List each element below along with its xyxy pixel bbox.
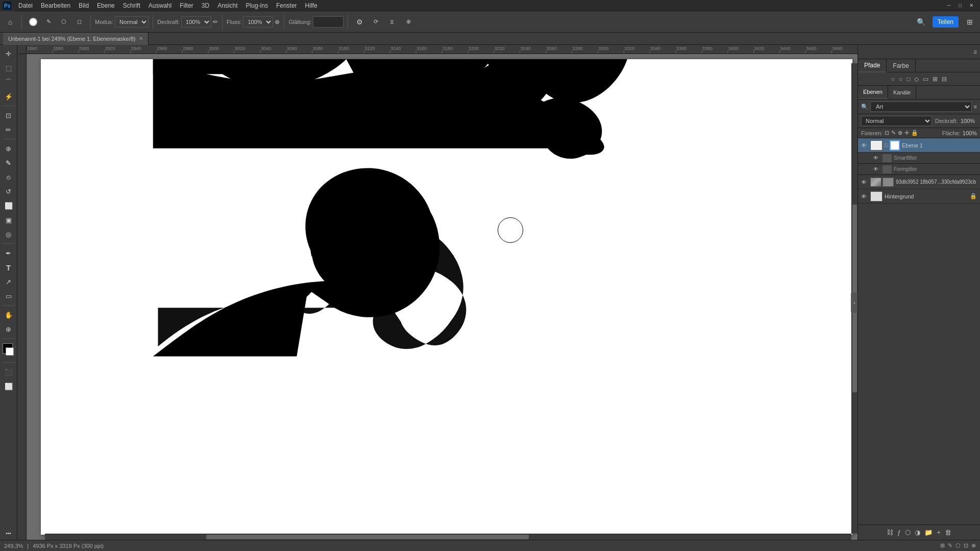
layer-eye-ebene1[interactable]: 👁 bbox=[861, 142, 868, 148]
status-icon-3[interactable]: ⬡ bbox=[955, 542, 961, 549]
modus-select[interactable]: Normal bbox=[115, 16, 149, 28]
path-select-tool[interactable]: ↗ bbox=[2, 275, 16, 288]
menu-schrift[interactable]: Schrift bbox=[119, 0, 144, 11]
tab-pfade[interactable]: Pfade bbox=[858, 59, 887, 72]
lock-all-icon[interactable]: 🔒 bbox=[911, 130, 918, 136]
layer-sub-formgitter[interactable]: 👁 Formgitter bbox=[858, 164, 980, 175]
layer-eye-formgitter[interactable]: 👁 bbox=[873, 166, 880, 172]
menu-plugins[interactable]: Plug-ins bbox=[242, 0, 272, 11]
heal-tool[interactable]: ⊕ bbox=[2, 142, 16, 155]
layer-eye-smartfilter[interactable]: 👁 bbox=[873, 155, 880, 161]
blur-tool[interactable]: ◎ bbox=[2, 228, 16, 241]
select-tool[interactable]: ⬚ bbox=[2, 61, 16, 74]
add-group-icon[interactable]: 📁 bbox=[924, 529, 933, 536]
menu-hilfe[interactable]: Hilfe bbox=[301, 0, 322, 11]
canvas-content[interactable] bbox=[36, 54, 857, 540]
menu-ansicht[interactable]: Ansicht bbox=[213, 0, 241, 11]
home-icon[interactable]: ⌂ bbox=[3, 15, 17, 29]
add-layer-icon[interactable]: + bbox=[937, 529, 941, 536]
brush-icon[interactable] bbox=[26, 15, 40, 29]
arrange-icon[interactable]: ⊞ bbox=[963, 15, 977, 29]
blend-mode-select[interactable]: Normal bbox=[861, 116, 932, 126]
lock-draw-icon[interactable]: ✎ bbox=[891, 130, 896, 136]
layer-search-select[interactable]: Art bbox=[870, 102, 972, 112]
add-style-icon[interactable]: ƒ bbox=[897, 529, 901, 536]
lock-move-icon[interactable]: ✛ bbox=[904, 130, 909, 136]
menu-3d[interactable]: 3D bbox=[198, 0, 213, 11]
add-adjustment-icon[interactable]: ◑ bbox=[915, 529, 920, 536]
minimize-button[interactable]: ─ bbox=[944, 2, 953, 9]
brush-preview[interactable] bbox=[29, 18, 37, 26]
mask-mode-tool[interactable]: ⬛ bbox=[2, 365, 16, 379]
panel-collapse-button[interactable]: › bbox=[851, 292, 857, 313]
filter-icon[interactable]: ≡ bbox=[974, 104, 977, 110]
search-layers-icon[interactable]: 🔍 bbox=[861, 104, 868, 110]
menu-bild[interactable]: Bild bbox=[75, 0, 93, 11]
scroll-thumb-horizontal[interactable] bbox=[206, 535, 529, 539]
background-color[interactable] bbox=[6, 347, 14, 356]
more-tools[interactable]: ••• bbox=[2, 527, 16, 540]
fluss-icon[interactable]: ⊕ bbox=[275, 18, 280, 26]
extra-icon[interactable]: ⊕ bbox=[401, 15, 415, 29]
status-icon-1[interactable]: ⊞ bbox=[940, 542, 945, 549]
layer-item-layer2[interactable]: 👁 93db3952 18b057...330cfda9923cb bbox=[858, 175, 980, 189]
pen-tool[interactable]: ✒ bbox=[2, 246, 16, 260]
search-icon[interactable]: 🔍 bbox=[914, 15, 928, 29]
layer-eye-hintergrund[interactable]: 👁 bbox=[861, 193, 868, 199]
scrollbar-horizontal[interactable] bbox=[45, 534, 851, 540]
menu-filter[interactable]: Filter bbox=[176, 0, 198, 11]
lasso-tool[interactable]: ⌒ bbox=[2, 76, 16, 89]
brush-settings-icon[interactable]: ✎ bbox=[41, 15, 56, 29]
settings-icon[interactable]: ⚙ bbox=[352, 15, 366, 29]
type-tool[interactable]: T bbox=[2, 261, 16, 274]
brush-mode-icon[interactable]: ⬡ bbox=[57, 15, 71, 29]
add-mask-icon[interactable]: ⬡ bbox=[905, 529, 911, 536]
history-tool[interactable]: ↺ bbox=[2, 185, 16, 198]
gradient-tool[interactable]: ▣ bbox=[2, 213, 16, 227]
move-tool[interactable]: ✛ bbox=[2, 47, 16, 60]
brush-left-tool[interactable]: ✎ bbox=[2, 156, 16, 169]
menu-auswahl[interactable]: Auswahl bbox=[144, 0, 176, 11]
angle-icon[interactable]: ⟳ bbox=[369, 15, 383, 29]
layer-eye-layer2[interactable]: 👁 bbox=[861, 179, 868, 185]
tab-kanaele[interactable]: Kanäle bbox=[888, 86, 916, 99]
screen-mode-tool[interactable]: ⬜ bbox=[2, 380, 16, 393]
deckraft-select[interactable]: 100% bbox=[181, 16, 211, 28]
status-icon-4[interactable]: ⊡ bbox=[964, 542, 968, 549]
deckraft-icon[interactable]: ✏ bbox=[213, 18, 218, 26]
fixieren-label: Fixieren: bbox=[861, 130, 883, 136]
lock-artboard-icon[interactable]: ⊕ bbox=[898, 130, 902, 136]
magic-wand-tool[interactable]: ⚡ bbox=[2, 90, 16, 103]
tab-farbe[interactable]: Farbe bbox=[887, 59, 915, 72]
status-icon-2[interactable]: ✎ bbox=[948, 542, 952, 549]
menu-fenster[interactable]: Fenster bbox=[272, 0, 301, 11]
panel-collapse-icon[interactable]: ≡ bbox=[973, 48, 977, 56]
tab-ebenen[interactable]: Ebenen bbox=[858, 86, 888, 99]
symmetry-icon[interactable]: ⧖ bbox=[385, 15, 399, 29]
eyedropper-tool[interactable]: ✏ bbox=[2, 123, 16, 136]
menu-bearbeiten[interactable]: Bearbeiten bbox=[37, 0, 75, 11]
delete-layer-icon[interactable]: 🗑 bbox=[945, 529, 951, 536]
lock-pos-icon[interactable]: ⊡ bbox=[885, 130, 889, 136]
layer-item-ebene1[interactable]: 👁 ⛓ Ebene 1 bbox=[858, 138, 980, 153]
tab-close-button[interactable]: ✕ bbox=[139, 36, 143, 41]
maximize-button[interactable]: □ bbox=[955, 2, 965, 9]
status-icon-5[interactable]: ⊕ bbox=[971, 542, 976, 549]
opacity-value: 100% bbox=[961, 118, 977, 124]
menu-ebene[interactable]: Ebene bbox=[93, 0, 119, 11]
hand-tool[interactable]: ✋ bbox=[2, 308, 16, 321]
fluss-select[interactable]: 100% bbox=[243, 16, 273, 28]
shape-tool[interactable]: ▭ bbox=[2, 289, 16, 303]
share-button[interactable]: Teilen bbox=[933, 16, 959, 28]
layer-item-hintergrund[interactable]: 👁 Hintergrund 🔒 bbox=[858, 189, 980, 204]
stamp-tool[interactable]: ⎋ bbox=[2, 170, 16, 184]
close-button[interactable]: ✕ bbox=[967, 2, 976, 9]
brush-eraser-icon[interactable]: ◻ bbox=[72, 15, 86, 29]
zoom-tool[interactable]: ⊕ bbox=[2, 322, 16, 336]
crop-tool[interactable]: ⊡ bbox=[2, 109, 16, 122]
eraser-left-tool[interactable]: ⬜ bbox=[2, 199, 16, 212]
document-tab[interactable]: Unbenannt-1 bei 249% (Ebene 1, Ebenenmas… bbox=[3, 33, 149, 45]
layer-sub-smartfilter[interactable]: 👁 Smartfilter bbox=[858, 153, 980, 164]
link-layer-icon[interactable]: ⛓ bbox=[887, 529, 893, 536]
menu-datei[interactable]: Datei bbox=[14, 0, 37, 11]
